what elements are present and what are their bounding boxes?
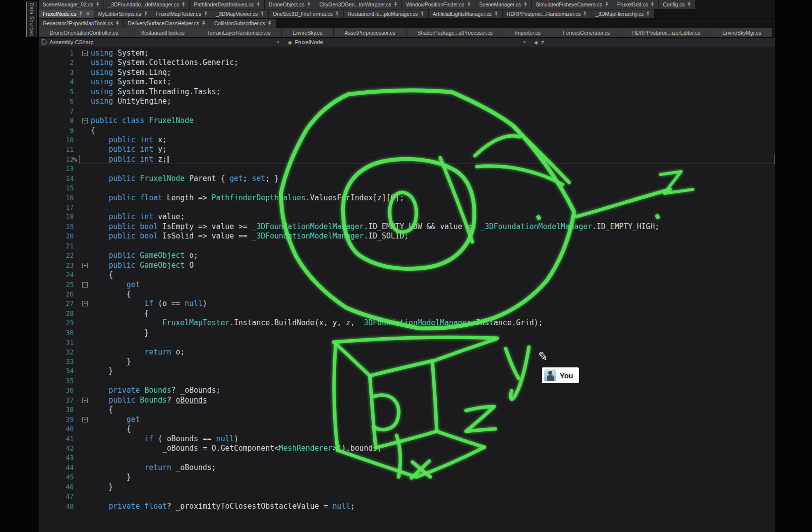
editor-tab[interactable]: _3DMapViewer.cs [212, 9, 269, 18]
editor-tab[interactable]: FencesGenerator.cs [552, 28, 622, 37]
editor-tab[interactable]: RestaurantHook.cs [129, 28, 196, 37]
code-line-body: public bool IsSolid => value == _3DFound… [79, 232, 775, 241]
pin-icon[interactable] [116, 21, 119, 26]
close-icon[interactable]: × [86, 10, 90, 17]
edit-pencil-icon [77, 183, 79, 193]
editor-tab[interactable]: FruxelMapTester.cs [152, 9, 212, 18]
tab-label: RestaurantHook.cs [140, 30, 184, 36]
pin-icon[interactable] [687, 2, 691, 7]
editor-tab[interactable]: ArtificialLightsManager.cs [429, 9, 503, 18]
editor-tab[interactable]: FruxelGrid.cs [613, 0, 659, 9]
editor-tab[interactable]: _3DFoundatio...delManager.cs [104, 0, 190, 9]
pin-icon[interactable] [650, 2, 654, 7]
code-line: 36 private Bounds? _oBounds; [39, 386, 775, 395]
pin-icon[interactable] [202, 21, 206, 26]
pin-icon[interactable] [335, 11, 339, 17]
fold-marker-icon[interactable]: − [79, 396, 91, 405]
pin-icon[interactable] [583, 11, 587, 17]
editor-tab[interactable]: _3DMapHierarchy.cs [591, 9, 654, 18]
editor-tab[interactable]: Generator2ExportMapTools.cs [39, 19, 124, 28]
code-line-body: −public class FruxelNode [79, 116, 775, 125]
project-dropdown[interactable]: Assembly-CSharp ▼ [39, 38, 285, 47]
pin-icon[interactable] [523, 2, 527, 7]
editor-tab[interactable]: HDRPPostproc...Randomizer.cs [503, 9, 591, 18]
editor-tab[interactable]: OneSec3D_FileFormat.cs [269, 9, 344, 18]
pin-icon[interactable] [204, 11, 208, 17]
pin-icon[interactable] [256, 2, 260, 7]
pin-icon[interactable] [646, 11, 650, 17]
editor-tab[interactable]: DeliverySurfaceClassHelper.cs [124, 19, 210, 28]
tab-label: SceneManager.cs [479, 1, 521, 7]
pin-icon[interactable] [494, 11, 498, 17]
member-dropdown[interactable]: ◆ z [531, 38, 775, 47]
editor-tab[interactable]: CollisionSubscriber.cs [210, 19, 276, 28]
editor-tab[interactable]: EnviroSkyMgr.cs [711, 28, 772, 37]
editor-tab[interactable]: CityGen3DGen...torWrapper.cs [315, 0, 402, 9]
code-line-body [79, 107, 775, 116]
editor-tab[interactable]: MyEditorScripts.cs [94, 9, 152, 18]
editor-tab[interactable]: PathfinderDepthValues.cs [190, 0, 265, 9]
code-line-body: − get [79, 280, 775, 290]
edit-pencil-icon [77, 232, 79, 241]
fold-gutter [79, 309, 91, 318]
edit-pencil-icon [77, 261, 79, 270]
editor-tab[interactable]: DroneOrientationController.cs [39, 28, 129, 37]
pin-icon[interactable] [79, 11, 83, 17]
code-text: public Bounds? oBounds [91, 396, 207, 405]
editor-tab[interactable]: TerrainLayerRandomizer.cs [196, 28, 282, 37]
pin-icon[interactable] [420, 11, 424, 17]
editor-tab[interactable]: SceneManager_02.cs [39, 0, 104, 9]
tab-label: DroneOrientationController.cs [50, 30, 118, 36]
code-line-body: − public GameObject O [79, 261, 775, 270]
line-number: 36 [39, 386, 77, 395]
fold-gutter [79, 318, 91, 328]
fold-gutter [79, 135, 91, 145]
pin-icon[interactable] [307, 2, 311, 7]
code-line-body: return _oBounds; [79, 463, 775, 473]
fold-gutter [79, 366, 91, 376]
line-number: 8 [39, 116, 77, 125]
type-dropdown[interactable]: ◆ FruxelNode ▼ [285, 38, 531, 47]
line-number: 46 [39, 482, 77, 492]
fold-marker-icon[interactable]: − [79, 116, 91, 125]
editor-tab[interactable]: AssetPreprocessor.cs [334, 28, 406, 37]
editor-tab[interactable]: DroneObject.cs [265, 0, 315, 9]
editor-tab[interactable]: Importer.cs [504, 28, 552, 37]
pin-icon[interactable] [467, 2, 471, 7]
data-sources-side-tab[interactable]: Data Sources [26, 1, 37, 37]
pin-icon[interactable] [605, 2, 609, 7]
fold-gutter [79, 126, 91, 135]
pin-icon[interactable] [394, 2, 398, 7]
tab-label: FruxelNode.cs [43, 11, 76, 17]
pin-icon[interactable] [181, 2, 185, 7]
fold-marker-icon[interactable]: − [79, 299, 91, 308]
code-line: 43 [39, 453, 775, 463]
edit-pencil-icon [77, 77, 79, 87]
pin-icon[interactable] [144, 11, 148, 17]
code-editor[interactable]: 1−using System;2using System.Collections… [39, 48, 775, 532]
fold-marker-icon[interactable]: − [79, 280, 91, 290]
editor-tab[interactable]: EnviroSky.cs [282, 28, 334, 37]
code-line-body: private Bounds? _oBounds; [79, 386, 775, 395]
pin-icon[interactable] [268, 21, 272, 26]
code-text: using UnityEngine; [91, 97, 172, 106]
editor-tab[interactable]: SceneManager.cs [475, 0, 532, 9]
document-icon [42, 39, 47, 46]
editor-tab[interactable]: FruxelNode.cs× [39, 9, 94, 18]
code-line-body: } [79, 328, 775, 338]
fold-gutter [79, 251, 91, 260]
fold-marker-icon[interactable]: − [79, 261, 91, 270]
fold-marker-icon[interactable]: − [79, 49, 91, 58]
editor-tab[interactable]: RestaurantHo...pleManager.cs [344, 9, 429, 18]
editor-tab[interactable]: ShaderPackage...stProcessor.cs [406, 28, 504, 37]
editor-tab[interactable]: Config.cs [659, 0, 696, 9]
fold-gutter [79, 482, 91, 492]
editor-tab[interactable]: SimulatedFisheyeCamera.cs [532, 0, 613, 9]
fold-marker-icon[interactable]: − [79, 415, 91, 424]
fold-gutter [79, 338, 91, 347]
editor-tab[interactable]: HDRPPostproc...izerEditor.cs [621, 28, 711, 37]
editor-tab[interactable]: WindowPositionFinder.cs [402, 0, 475, 9]
edit-pencil-icon [77, 366, 79, 376]
pin-icon[interactable] [96, 2, 100, 7]
pin-icon[interactable] [260, 11, 264, 17]
